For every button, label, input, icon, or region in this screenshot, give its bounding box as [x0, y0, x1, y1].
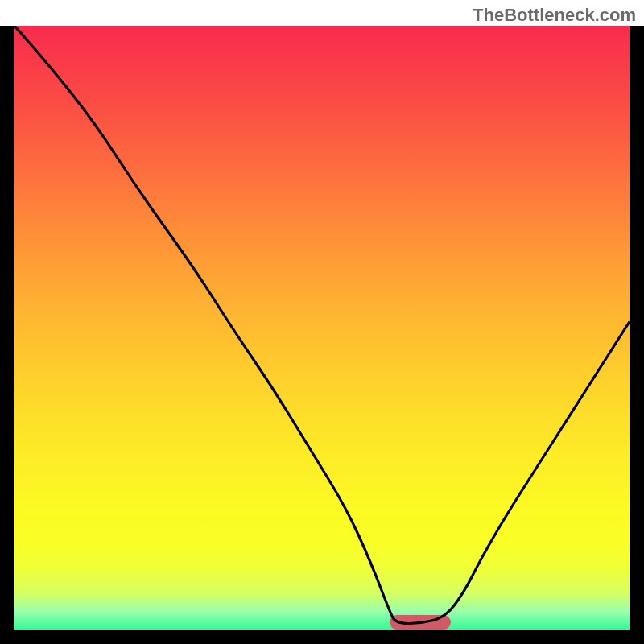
watermark-label: TheBottleneck.com: [473, 5, 636, 26]
bottleneck-curve: [14, 26, 630, 630]
curve-path: [14, 26, 630, 624]
plot-area: [14, 26, 630, 630]
chart-outer-frame: [0, 26, 644, 644]
chart-container: TheBottleneck.com: [0, 0, 644, 644]
